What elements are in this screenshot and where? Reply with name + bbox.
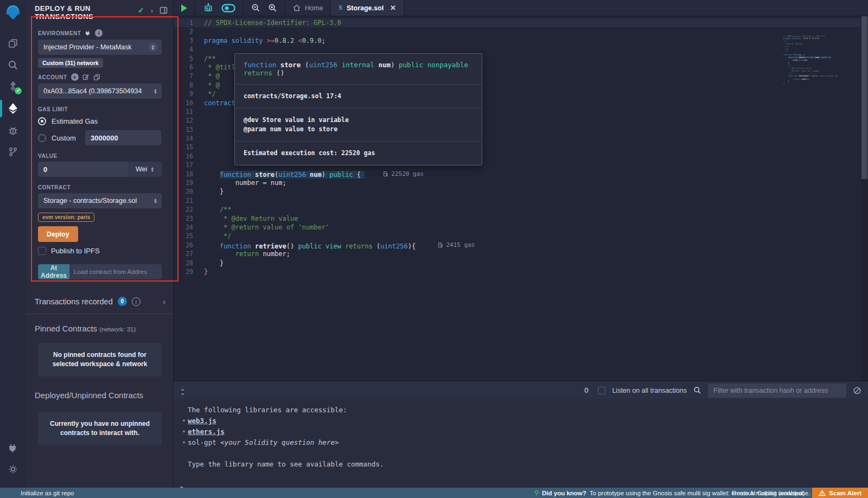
custom-gas-radio[interactable] [38,134,46,142]
git-icon[interactable] [0,141,26,163]
zoom-in-icon[interactable] [268,3,277,12]
code-line[interactable]: 21 [174,196,868,205]
close-tab-icon[interactable]: ✕ [390,4,396,12]
zoom-out-icon[interactable] [251,3,260,12]
publish-ipfs-checkbox[interactable] [38,247,46,255]
chevron-updown-icon: ▲▼ [150,167,154,172]
transactions-info-icon[interactable]: i [132,297,141,306]
code-line[interactable]: 27 return number; [174,250,868,258]
panel-title: DEPLOY & RUN TRANSACTIONS [35,4,116,21]
git-init-status[interactable]: Initialize as git repo [0,490,74,496]
line-number: 9 [174,90,204,98]
listen-transactions-checkbox[interactable] [598,387,605,394]
listen-transactions-label: Listen on all transactions [612,387,687,394]
line-number: 15 [174,143,204,151]
line-number: 5 [174,54,204,63]
editor-scrollbar-thumb[interactable] [861,16,867,179]
tab-storage-sol[interactable]: S Storage.sol ✕ [331,0,404,16]
contract-select[interactable]: Storage - contracts/Storage.sol ▲▼ [38,193,162,208]
environment-info-icon[interactable]: i [95,29,103,37]
code-line[interactable]: 23 * @dev Return value [174,214,868,223]
terminal-link[interactable]: web3.js [188,417,216,425]
pin-panel-icon[interactable] [159,7,168,14]
line-number: 20 [174,187,204,196]
code-line[interactable]: 18 function store(uint256 num) public { … [174,170,868,178]
code-line[interactable]: 26 function retrieve() public view retur… [174,241,868,250]
scam-alert-button[interactable]: Scam Alert [812,488,868,498]
code-line[interactable]: 24 * @return value of 'number' [174,223,868,232]
editor-scrollbar[interactable] [861,16,868,381]
transactions-recorded-label: Transactions recorded [35,297,113,306]
solidity-file-icon: S [339,4,342,12]
code-line[interactable]: 28 } [174,259,868,267]
terminal-line: Type the library name to see available c… [180,459,868,470]
line-number: 23 [174,214,204,223]
deploy-run-icon[interactable] [0,98,26,119]
file-explorer-icon[interactable] [0,33,26,54]
search-icon[interactable] [0,54,26,76]
clear-console-icon[interactable] [853,386,861,395]
line-number: 22 [174,205,204,214]
line-number: 24 [174,223,204,232]
deploy-button[interactable]: Deploy [38,226,78,242]
debugger-icon[interactable] [0,119,26,141]
pinned-contracts-empty: No pinned contracts found for selected w… [38,343,162,376]
terminal-line [180,448,868,459]
value-input[interactable] [38,162,128,177]
account-select[interactable]: 0xA03...85ac4 (0.398673504934 ▲▼ [38,84,162,99]
main-area: Home S Storage.sol ✕ 1// SPDX-License-Id… [174,0,868,488]
tooltip-signature: function store (uint256 internal num) pu… [235,54,482,85]
code-line[interactable]: 20 } [174,187,868,196]
at-address-input[interactable] [69,264,162,279]
plug-icon[interactable] [85,30,91,36]
estimated-gas-radio[interactable] [38,117,46,125]
create-account-icon[interactable]: + [71,73,79,81]
code-line[interactable]: 2 [174,27,868,36]
settings-icon[interactable] [0,458,26,480]
tab-home[interactable]: Home [285,0,331,16]
did-you-know-tip: ⚲ Did you know? To prototype using the G… [534,489,810,496]
terminal-output[interactable]: The following libraries are accessible:•… [174,399,868,488]
code-line[interactable]: 19 number = num; [174,178,868,187]
line-number: 18 [174,170,204,178]
run-script-icon[interactable] [181,4,187,12]
pinned-contracts-title: Pinned Contracts (network: 31) [26,314,173,333]
line-number: 19 [174,178,204,187]
code-line[interactable]: 29} [174,267,868,276]
code-line[interactable]: 3pragma solidity >=0.8.2 <0.9.0; [174,36,868,45]
publish-ipfs-option[interactable]: Publish to IPFS [38,247,162,255]
environment-select[interactable]: Injected Provider - MetaMask ▲▼ [38,40,162,55]
line-number: 14 [174,134,204,143]
ai-copilot-icon[interactable] [203,3,214,14]
transactions-expand-icon[interactable]: › [163,297,165,306]
network-badge: Custom (31) network [38,58,103,68]
panel-expand-icon[interactable]: › [151,7,153,15]
sign-message-icon[interactable] [82,74,90,81]
remix-logo[interactable] [5,4,21,23]
editor-minimap[interactable]: // SPDX-License-Identifier: GPL-3.0pragm… [783,35,838,117]
line-number: 26 [174,241,204,250]
value-unit-select[interactable]: Wei ▲▼ [128,162,162,177]
line-number: 11 [174,107,204,116]
line-number: 12 [174,116,204,125]
line-number: 2 [174,27,204,36]
estimated-gas-option[interactable]: Estimated Gas [38,117,162,125]
panel-check-icon: ✓ [138,6,144,15]
terminal-lines: The following libraries are accessible:•… [180,405,868,470]
code-line[interactable]: 25 */ [174,232,868,240]
copy-address-icon[interactable] [93,74,100,81]
at-address-button[interactable]: At Address [38,264,69,279]
code-line[interactable]: 1// SPDX-License-Identifier: GPL-3.0 [174,18,868,27]
code-line[interactable]: 22 /** [174,205,868,214]
copilot-toggle-icon[interactable] [221,4,235,12]
plugin-manager-icon[interactable] [0,437,26,458]
terminal-filter-input[interactable] [708,384,846,398]
line-number: 27 [174,250,204,258]
custom-gas-input[interactable] [85,130,161,145]
terminal-link[interactable]: ethers.js [188,427,225,436]
terminal-line: •ethers.js [180,426,868,437]
line-number: 7 [174,72,204,80]
custom-gas-option[interactable]: Custom [38,130,162,145]
collapse-terminal-icon[interactable]: ⌄⌄ [180,386,184,395]
solidity-compiler-icon[interactable]: ✓ [0,76,26,98]
